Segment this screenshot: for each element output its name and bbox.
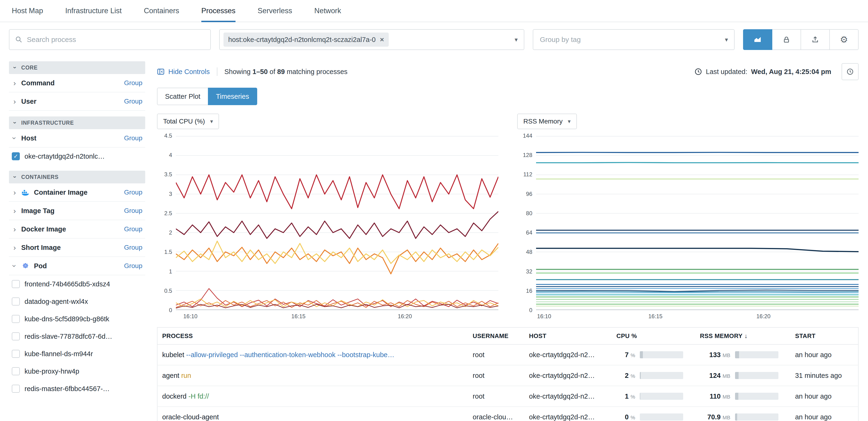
rss-bar <box>735 414 778 421</box>
sidebar-item-user[interactable]: › User Group <box>9 92 145 111</box>
group-by-short-image-link[interactable]: Group <box>124 244 143 251</box>
cpu-bar <box>640 372 683 379</box>
chevron-right-icon: › <box>12 79 17 87</box>
table-row[interactable]: oracle-cloud-agent oracle-clou… oke-crta… <box>157 407 858 421</box>
group-by-image-tag-link[interactable]: Group <box>124 207 143 215</box>
nav-network[interactable]: Network <box>314 0 341 22</box>
content: › CORE › Command Group › User Group › IN… <box>0 57 868 421</box>
host-filter-select[interactable]: host:oke-crtaytdgq2d-n2tonlcmq2t-sczazi2… <box>219 29 524 50</box>
checkbox-unchecked[interactable] <box>12 367 20 375</box>
group-by-tag-select[interactable]: Group by tag ▾ <box>533 29 735 50</box>
process-args: --allow-privileged --authentication-toke… <box>186 351 394 359</box>
sidebar-item-pod-value[interactable]: kube-proxy-hrw4p <box>9 362 145 380</box>
nav-processes[interactable]: Processes <box>201 0 236 22</box>
export-button[interactable] <box>801 29 830 50</box>
tab-scatter-plot[interactable]: Scatter Plot <box>157 88 208 105</box>
column-header-username[interactable]: USERNAME <box>468 327 524 345</box>
kubernetes-icon: ☸ <box>21 262 30 269</box>
search-process-input[interactable] <box>27 36 205 43</box>
facet-label: Host <box>21 134 120 142</box>
column-header-cpu[interactable]: CPU % <box>612 327 695 345</box>
nav-host-map[interactable]: Host Map <box>12 0 43 22</box>
table-row[interactable]: dockerd -H fd:// root oke-crtaytdgq2d-n2… <box>157 386 858 407</box>
checkbox-unchecked[interactable] <box>12 332 20 341</box>
checkbox-unchecked[interactable] <box>12 280 20 288</box>
host-value-label: oke-crtaytdgq2d-n2tonlc… <box>25 153 105 160</box>
refresh-interval-button[interactable] <box>842 63 859 80</box>
table-row[interactable]: agent run root oke-crtaytdgq2d-n2… 2% 12… <box>157 365 858 386</box>
group-by-container-image-link[interactable]: Group <box>124 189 143 196</box>
sidebar-item-host-value[interactable]: ✓ oke-crtaytdgq2d-n2tonlc… <box>9 148 145 165</box>
group-by-user-link[interactable]: Group <box>124 98 143 105</box>
nav-infrastructure-list[interactable]: Infrastructure List <box>65 0 122 22</box>
checkbox-unchecked[interactable] <box>12 350 20 358</box>
sidebar-item-image-tag[interactable]: › Image Tag Group <box>9 202 145 220</box>
host-cell: oke-crtaytdgq2d-n2… <box>524 345 612 365</box>
cpu-metric-select[interactable]: Total CPU (%) ▾ <box>157 114 219 129</box>
charts-row: Total CPU (%) ▾ 4.54 3.53 2.52 1.51 0.50 <box>157 114 859 321</box>
lock-button[interactable] <box>772 29 801 50</box>
column-header-process[interactable]: PROCESS <box>157 327 468 345</box>
checkbox-unchecked[interactable] <box>12 385 20 393</box>
tab-timeseries[interactable]: Timeseries <box>208 88 257 105</box>
hide-controls-link[interactable]: Hide Controls <box>157 68 210 76</box>
sidebar-item-pod[interactable]: › ☸ Pod Group <box>9 257 145 275</box>
remove-filter-icon[interactable]: × <box>380 36 384 43</box>
pod-value-label: redis-master-6fbbc44567-… <box>25 385 110 393</box>
memory-timeseries-plot[interactable] <box>536 136 859 310</box>
gear-icon: ⚙ <box>840 35 848 44</box>
sidebar-item-command[interactable]: › Command Group <box>9 74 145 92</box>
nav-containers[interactable]: Containers <box>144 0 179 22</box>
group-by-pod-link[interactable]: Group <box>124 262 143 270</box>
checkbox-unchecked[interactable] <box>12 315 20 323</box>
group-by-host-link[interactable]: Group <box>124 134 143 142</box>
pod-value-label: kube-proxy-hrw4p <box>25 367 79 375</box>
nav-serverless[interactable]: Serverless <box>258 0 292 22</box>
process-cell: kubelet --allow-privileged --authenticat… <box>157 345 468 365</box>
export-icon <box>811 36 819 43</box>
memory-metric-select[interactable]: RSS Memory ▾ <box>517 114 577 129</box>
section-title: CONTAINERS <box>21 174 59 180</box>
cpu-bar <box>640 393 683 400</box>
table-row[interactable]: kubelet --allow-privileged --authenticat… <box>157 345 858 365</box>
column-header-rss-memory[interactable]: RSS MEMORY↓ <box>695 327 790 345</box>
sidebar-item-short-image[interactable]: › Short Image Group <box>9 238 145 257</box>
section-header-infrastructure[interactable]: › INFRASTRUCTURE <box>9 117 145 129</box>
facet-label: Image Tag <box>21 207 120 215</box>
column-header-start[interactable]: START <box>790 327 858 345</box>
sidebar-item-pod-value[interactable]: redis-slave-77878dfc67-6d… <box>9 328 145 345</box>
clock-icon <box>846 68 854 75</box>
sidebar-item-pod-value[interactable]: kube-flannel-ds-m944r <box>9 345 145 362</box>
search-icon <box>15 36 23 43</box>
checkbox-checked[interactable]: ✓ <box>12 152 20 160</box>
host-cell: oke-crtaytdgq2d-n2… <box>524 365 612 386</box>
sidebar-item-pod-value[interactable]: redis-master-6fbbc44567-… <box>9 380 145 397</box>
group-by-docker-image-link[interactable]: Group <box>124 225 143 233</box>
host-filter-tag-label: host:oke-crtaytdgq2d-n2tonlcmq2t-sczazi2… <box>228 36 375 43</box>
pod-value-label: kube-dns-5cf5d899cb-g86tk <box>25 315 110 323</box>
section-header-core[interactable]: › CORE <box>9 61 145 74</box>
group-by-command-link[interactable]: Group <box>124 79 143 87</box>
rss-bar <box>735 393 778 400</box>
group-by-placeholder: Group by tag <box>540 36 581 43</box>
chart-view-button[interactable] <box>743 29 772 50</box>
facet-label: User <box>21 98 120 105</box>
cpu-timeseries-plot[interactable] <box>176 136 498 310</box>
sidebar-item-pod-value[interactable]: datadog-agent-wxl4x <box>9 293 145 310</box>
sidebar-item-docker-image[interactable]: › Docker Image Group <box>9 220 145 238</box>
sidebar-item-container-image[interactable]: › Container Image Group <box>9 184 145 202</box>
username-cell: oracle-clou… <box>468 407 524 421</box>
column-header-host[interactable]: HOST <box>524 327 612 345</box>
process-table: PROCESS USERNAME HOST CPU % RSS MEMORY↓ … <box>157 327 859 421</box>
top-nav: Host Map Infrastructure List Containers … <box>0 0 868 22</box>
settings-button[interactable]: ⚙ <box>829 29 859 50</box>
checkbox-unchecked[interactable] <box>12 297 20 305</box>
sidebar-item-pod-value[interactable]: frontend-74b4665db5-xdsz4 <box>9 275 145 293</box>
sidebar-item-host[interactable]: › Host Group <box>9 129 145 148</box>
facet-sidebar: › CORE › Command Group › User Group › IN… <box>0 57 145 397</box>
sidebar-item-pod-value[interactable]: kube-dns-5cf5d899cb-g86tk <box>9 310 145 328</box>
start-cell: an hour ago <box>790 345 858 365</box>
pod-value-label: frontend-74b4665db5-xdsz4 <box>25 280 110 288</box>
section-title: CORE <box>21 65 38 71</box>
section-header-containers[interactable]: › CONTAINERS <box>9 171 145 184</box>
